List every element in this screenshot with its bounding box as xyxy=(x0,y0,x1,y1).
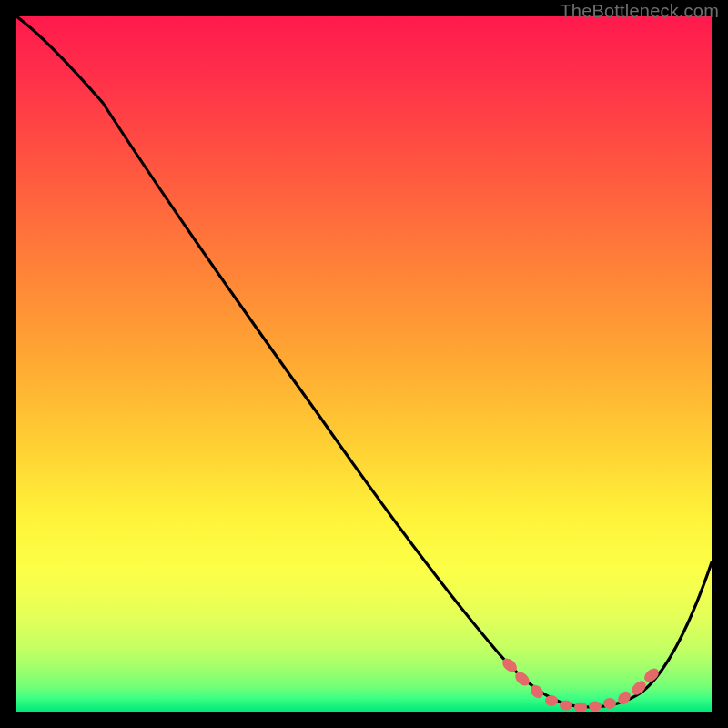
watermark-text: TheBottleneck.com xyxy=(560,1,719,22)
plot-area xyxy=(16,16,712,712)
svg-point-6 xyxy=(589,702,602,712)
bottleneck-curve xyxy=(16,16,712,707)
curve-layer xyxy=(16,16,712,712)
svg-point-5 xyxy=(574,703,587,713)
optimal-range-dots xyxy=(500,656,662,712)
svg-point-3 xyxy=(545,695,558,706)
svg-point-4 xyxy=(560,701,572,711)
svg-point-7 xyxy=(603,698,616,709)
chart-frame: TheBottleneck.com xyxy=(0,0,728,728)
